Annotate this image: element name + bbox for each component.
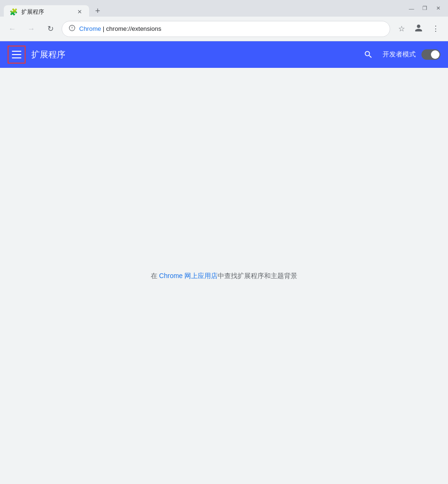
bookmark-button[interactable]: ☆	[394, 21, 409, 37]
chrome-menu-button[interactable]: ⋮	[428, 21, 443, 37]
reload-icon: ↻	[47, 24, 54, 33]
toolbar-right: ☆ ⋮	[394, 21, 443, 37]
url-path: chrome://extensions	[106, 25, 161, 32]
empty-text-after: 中查找扩展程序和主题背景	[218, 272, 297, 279]
minimize-button[interactable]: —	[405, 4, 418, 13]
extensions-header: 扩展程序 开发者模式	[0, 41, 448, 68]
url-domain: Chrome	[79, 25, 101, 32]
tab-area: 🧩 扩展程序 ✕ +	[4, 0, 104, 17]
tab-extension-icon: 🧩	[9, 8, 18, 16]
window-controls: — ❐ ✕	[405, 4, 444, 13]
maximize-button[interactable]: ❐	[419, 4, 431, 13]
search-button[interactable]	[360, 46, 377, 63]
menu-line-1	[12, 51, 21, 52]
menu-button-wrapper	[8, 46, 26, 64]
reload-button[interactable]: ↻	[43, 21, 58, 37]
toggle-knob	[431, 50, 439, 59]
new-tab-button[interactable]: +	[91, 4, 104, 18]
developer-mode-label: 开发者模式	[383, 50, 416, 59]
hamburger-menu-button[interactable]	[9, 47, 24, 62]
bookmark-icon: ☆	[398, 24, 405, 33]
address-bar: ← → ↻ Chrome | chrome://extensions ☆	[0, 17, 448, 41]
secure-icon	[69, 25, 75, 33]
menu-line-3	[12, 57, 21, 58]
extensions-page-title: 扩展程序	[31, 49, 354, 60]
menu-line-2	[12, 54, 21, 55]
back-button[interactable]: ←	[5, 21, 20, 37]
forward-button[interactable]: →	[24, 21, 39, 37]
chrome-web-store-link[interactable]: Chrome 网上应用店	[159, 272, 218, 279]
developer-mode-toggle[interactable]	[421, 49, 440, 60]
forward-icon: →	[27, 25, 35, 33]
account-icon	[414, 24, 423, 34]
empty-text-before: 在	[151, 272, 159, 279]
empty-state: 在 Chrome 网上应用店中查找扩展程序和主题背景	[151, 272, 298, 280]
tab-title: 扩展程序	[21, 8, 72, 16]
chrome-menu-icon: ⋮	[432, 24, 439, 33]
url-bar[interactable]: Chrome | chrome://extensions	[62, 21, 390, 37]
url-text: Chrome | chrome://extensions	[79, 25, 383, 32]
title-bar: 🧩 扩展程序 ✕ + — ❐ ✕	[0, 0, 448, 17]
url-separator: |	[101, 25, 106, 32]
main-content: 在 Chrome 网上应用店中查找扩展程序和主题背景	[0, 68, 448, 484]
tab-close-button[interactable]: ✕	[76, 8, 83, 16]
close-button[interactable]: ✕	[432, 4, 444, 13]
account-button[interactable]	[411, 21, 426, 37]
back-icon: ←	[9, 25, 16, 33]
active-tab[interactable]: 🧩 扩展程序 ✕	[4, 5, 89, 19]
